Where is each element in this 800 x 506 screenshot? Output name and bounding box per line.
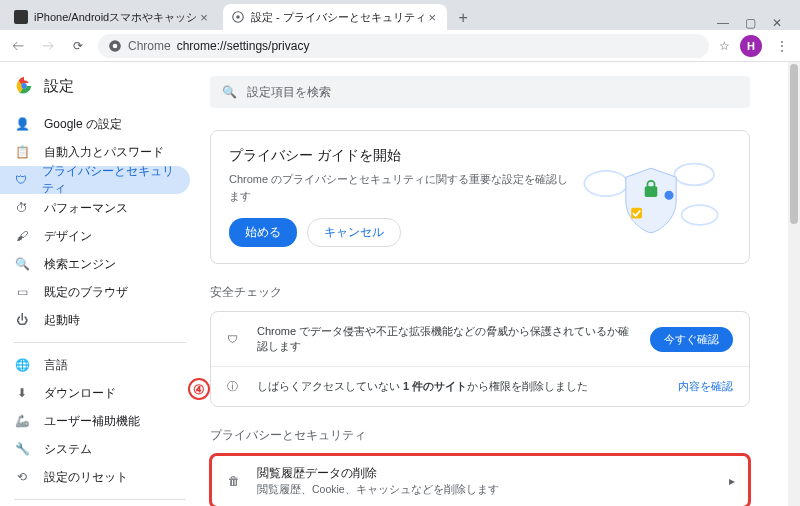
guide-start-button[interactable]: 始める	[229, 218, 297, 247]
sidebar-item-system[interactable]: 🔧システム	[0, 435, 190, 463]
safety-row-text: しばらくアクセスしていない 1 件のサイトから権限を削除しました	[257, 379, 666, 394]
browser-toolbar: 🡠 🡢 ⟳ Chrome chrome://settings/privacy ☆…	[0, 30, 800, 62]
svg-point-5	[584, 171, 627, 196]
browser-icon: ▭	[14, 285, 30, 299]
settings-search[interactable]: 🔍 設定項目を検索	[210, 76, 750, 108]
shield-check-icon: 🛡	[227, 333, 245, 345]
back-button[interactable]: 🡠	[8, 36, 28, 56]
info-icon: ⓘ	[227, 379, 245, 394]
globe-icon: 🌐	[14, 358, 30, 372]
sidebar-item-languages[interactable]: 🌐言語	[0, 351, 190, 379]
annotation-badge-4: ④	[188, 378, 210, 400]
safety-row-perms: ⓘ しばらくアクセスしていない 1 件のサイトから権限を削除しました 内容を確認	[211, 366, 749, 406]
minimize-icon[interactable]: —	[717, 16, 729, 30]
safety-row-main: 🛡 Chrome でデータ侵害や不正な拡張機能などの脅威から保護されているか確認…	[211, 312, 749, 366]
svg-point-7	[682, 205, 718, 225]
safety-review-link[interactable]: 内容を確認	[678, 379, 733, 394]
privacy-row-clear-data[interactable]: 🗑 閲覧履歴データの削除閲覧履歴、Cookie、キャッシュなどを削除します ▸	[211, 455, 749, 506]
omnibox-url: chrome://settings/privacy	[177, 39, 310, 53]
system-icon: 🔧	[14, 442, 30, 456]
guide-cancel-button[interactable]: キャンセル	[307, 218, 401, 247]
autofill-icon: 📋	[14, 145, 30, 159]
trash-icon: 🗑	[225, 474, 243, 488]
guide-title: プライバシー ガイドを開始	[229, 147, 571, 165]
window-controls: — ▢ ✕	[717, 16, 794, 30]
sidebar-item-search[interactable]: 🔍検索エンジン	[0, 250, 190, 278]
svg-point-1	[236, 15, 240, 19]
browser-tab[interactable]: iPhone/Androidスマホやキャッシ ×	[6, 4, 219, 30]
close-icon[interactable]: ×	[426, 10, 440, 25]
forward-button[interactable]: 🡢	[38, 36, 58, 56]
close-window-icon[interactable]: ✕	[772, 16, 782, 30]
settings-heading: 設定	[44, 77, 74, 96]
tab-title: 設定 - プライバシーとセキュリティ	[251, 10, 426, 25]
browser-tab-active[interactable]: 設定 - プライバシーとセキュリティ ×	[223, 4, 447, 30]
address-bar[interactable]: Chrome chrome://settings/privacy	[98, 34, 709, 58]
settings-content: 設定 👤Google の設定 📋自動入力とパスワード 🛡プライバシーとセキュリテ…	[0, 62, 800, 506]
sidebar-item-autofill[interactable]: 📋自動入力とパスワード	[0, 138, 190, 166]
sidebar-item-downloads[interactable]: ⬇ダウンロード	[0, 379, 190, 407]
download-icon: ⬇	[14, 386, 30, 400]
privacy-guide-card: プライバシー ガイドを開始 Chrome のプライバシーとセキュリティに関する重…	[210, 130, 750, 264]
privacy-section-title: プライバシーとセキュリティ	[210, 427, 750, 444]
menu-icon[interactable]: ⋮	[772, 36, 792, 56]
app-title: 設定	[0, 76, 200, 110]
tab-title: iPhone/Androidスマホやキャッシ	[34, 10, 197, 25]
sidebar-item-default-browser[interactable]: ▭既定のブラウザ	[0, 278, 190, 306]
sidebar-item-reset[interactable]: ⟲設定のリセット	[0, 463, 190, 491]
maximize-icon[interactable]: ▢	[745, 16, 756, 30]
profile-avatar[interactable]: H	[740, 35, 762, 57]
sidebar-item-google[interactable]: 👤Google の設定	[0, 110, 190, 138]
power-icon: ⏻	[14, 313, 30, 327]
bookmark-star-icon[interactable]: ☆	[719, 39, 730, 53]
chrome-logo-icon	[14, 76, 34, 96]
settings-main: 🔍 設定項目を検索 プライバシー ガイドを開始 Chrome のプライバシーとセ…	[200, 62, 800, 506]
sidebar-item-accessibility[interactable]: 🦾ユーザー補助機能	[0, 407, 190, 435]
safety-check-button[interactable]: 今すぐ確認	[650, 327, 733, 352]
sidebar-divider	[14, 342, 186, 343]
chevron-right-icon: ▸	[729, 474, 735, 488]
close-icon[interactable]: ×	[197, 10, 211, 25]
sidebar-item-startup[interactable]: ⏻起動時	[0, 306, 190, 334]
settings-sidebar: 設定 👤Google の設定 📋自動入力とパスワード 🛡プライバシーとセキュリテ…	[0, 62, 200, 506]
search-icon: 🔍	[222, 85, 237, 99]
settings-icon	[231, 10, 245, 24]
person-icon: 👤	[14, 117, 30, 131]
speed-icon: ⏱	[14, 201, 30, 215]
sidebar-item-appearance[interactable]: 🖌デザイン	[0, 222, 190, 250]
sidebar-divider	[14, 499, 186, 500]
safety-check-title: 安全チェック	[210, 284, 750, 301]
omnibox-product: Chrome	[128, 39, 171, 53]
search-placeholder: 設定項目を検索	[247, 84, 331, 101]
sidebar-item-performance[interactable]: ⏱パフォーマンス	[0, 194, 190, 222]
search-icon: 🔍	[14, 257, 30, 271]
safety-check-card: 🛡 Chrome でデータ侵害や不正な拡張機能などの脅威から保護されているか確認…	[210, 311, 750, 407]
sidebar-item-privacy[interactable]: 🛡プライバシーとセキュリティ	[0, 166, 190, 194]
guide-desc: Chrome のプライバシーとセキュリティに関する重要な設定を確認します	[229, 171, 571, 204]
svg-point-6	[674, 164, 714, 186]
tab-favicon	[14, 10, 28, 24]
safety-row-text: Chrome でデータ侵害や不正な拡張機能などの脅威から保護されているか確認しま…	[257, 324, 638, 354]
reload-button[interactable]: ⟳	[68, 36, 88, 56]
guide-illustration	[571, 147, 731, 247]
scrollbar-thumb[interactable]	[790, 64, 798, 224]
svg-rect-10	[631, 208, 642, 219]
reset-icon: ⟲	[14, 470, 30, 484]
browser-tabstrip: iPhone/Androidスマホやキャッシ × 設定 - プライバシーとセキュ…	[0, 0, 800, 30]
accessibility-icon: 🦾	[14, 414, 30, 428]
svg-point-11	[665, 191, 674, 200]
chrome-icon	[108, 39, 122, 53]
svg-point-3	[113, 43, 118, 48]
privacy-list: 🗑 閲覧履歴データの削除閲覧履歴、Cookie、キャッシュなどを削除します ▸ …	[210, 454, 750, 506]
brush-icon: 🖌	[14, 229, 30, 243]
shield-icon: 🛡	[14, 173, 28, 187]
new-tab-button[interactable]: +	[451, 6, 475, 30]
